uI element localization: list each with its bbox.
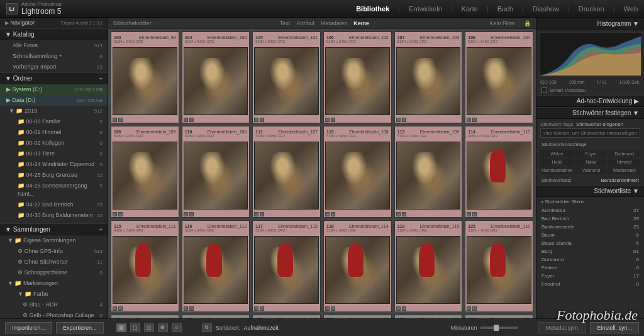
- module-web[interactable]: Web: [624, 5, 638, 13]
- thumbnail-cell[interactable]: 119Ehrenbreitstein_1155184 x 3456 CR2: [394, 220, 463, 312]
- sync-metadata-button[interactable]: Metadat.sym.: [538, 322, 586, 333]
- thumbnail-cell[interactable]: 104Ehrenbreitstein_1005184 x 3456 CR2: [182, 31, 250, 123]
- filter-tab[interactable]: Text: [280, 20, 291, 26]
- folder-item[interactable]: 📁 00-00 Familie0: [0, 116, 108, 127]
- thumbnail-cell[interactable]: 110Ehrenbreitstein_1065184 x 3456 CR2: [182, 126, 250, 218]
- filter-tab[interactable]: Metadaten: [321, 20, 348, 26]
- folder-item[interactable]: 📁 00-02 Kollegen0: [0, 138, 108, 148]
- sort-direction-icon[interactable]: ⇅: [202, 323, 212, 332]
- module-entwickeln[interactable]: Entwickeln: [409, 5, 442, 13]
- keyword-suggestion[interactable]: Hotel: [540, 159, 574, 165]
- sort-value[interactable]: Aufnahmezeit: [244, 325, 279, 331]
- smart-collection[interactable]: ⚙ Gelb - Photoshop Collage ...0: [0, 310, 108, 318]
- folder-item[interactable]: 📁 00-01 Himmel0: [0, 127, 108, 138]
- catalog-item[interactable]: Alle Fotos513: [0, 40, 108, 51]
- thumbnail-cell[interactable]: 111Ehrenbreitstein_1075184 x 3456 CR2: [252, 126, 321, 218]
- thumbnail-cell[interactable]: 118Ehrenbreitstein_1145184 x 3456 CR2: [323, 220, 392, 312]
- thumbnail-cell[interactable]: 115Ehrenbreitstein_1113456 x 5184 CR2: [111, 220, 179, 312]
- catalog-item[interactable]: Vorheriger Import83: [0, 62, 108, 72]
- thumbnail-cell[interactable]: 124Ehrenbreitstein_120: [323, 315, 392, 318]
- keywording-header[interactable]: Stichwörter festlegen ▼: [536, 107, 644, 119]
- thumbnail-cell[interactable]: 121Ehrenbreitstein_117: [111, 315, 179, 318]
- keyword-set-row[interactable]: StichwortsatzBenutzerdefiniert: [536, 176, 644, 185]
- filter-tab[interactable]: Attribut: [296, 20, 314, 26]
- keyword-list-item[interactable]: Bad Bertrich29: [536, 215, 644, 223]
- ordner-header[interactable]: ▼ Ordner+: [0, 72, 108, 84]
- module-karte[interactable]: Karte: [462, 5, 478, 13]
- folder-item[interactable]: 📁 04-30 Burg Balduinenstein22: [0, 210, 108, 221]
- keyword-suggestion[interactable]: Natur: [575, 159, 607, 165]
- thumbnail-cell[interactable]: 113Ehrenbreitstein_1095184 x 3456 CR2: [394, 126, 463, 218]
- thumbnail-cell[interactable]: 123Ehrenbreitstein_119: [252, 315, 321, 318]
- folder-item[interactable]: 📁 00-03 Tiere0: [0, 148, 108, 159]
- sync-settings-button[interactable]: Einstell. syn...: [590, 322, 639, 333]
- thumbnail-cell[interactable]: 113Ehrenbreitstein_1085184 x 3456 CR2: [323, 126, 392, 218]
- keyword-list-item[interactable]: Balduinenstein23: [536, 223, 644, 231]
- keyword-suggestion[interactable]: Foyer: [575, 150, 607, 157]
- keyword-suggestion[interactable]: Nachtaufnahme: [540, 167, 574, 174]
- module-bibliothek[interactable]: Bibliothek: [356, 5, 389, 13]
- smart-collection[interactable]: ⚙ Blau - HDR4: [0, 300, 108, 310]
- folder-item[interactable]: 📁 04-27 Bad Bertrich23: [0, 199, 108, 210]
- thumbnail-cell[interactable]: 108Ehrenbreitstein_1045184 x 3456 CR2: [465, 31, 533, 123]
- collection-group[interactable]: ▼ 📁 Eigene Sammlungen: [0, 235, 108, 246]
- module-buch[interactable]: Buch: [497, 5, 513, 13]
- thumbnail-cell[interactable]: 105Ehrenbreitstein_1015184 x 3456 CR2: [252, 31, 321, 123]
- thumbnail-cell[interactable]: 126Ehrenbreitstein_122: [465, 315, 533, 318]
- keyword-suggestion[interactable]: Westerwald: [608, 167, 640, 174]
- smart-preview[interactable]: Smart-Vorschau: [536, 86, 644, 95]
- folder-year[interactable]: ▼ 📁 2013512: [0, 106, 108, 116]
- adhoc-header[interactable]: Ad-hoc-Entwicklung ▶: [536, 95, 644, 107]
- keyword-list-item[interactable]: Architektur27: [536, 206, 644, 215]
- keyword-suggestion[interactable]: Dortmund: [608, 150, 640, 157]
- import-button[interactable]: Importieren...: [5, 322, 52, 333]
- histogram-header[interactable]: Histogramm ▼: [536, 18, 644, 30]
- thumbnail-cell[interactable]: 109Ehrenbreitstein_1055184 x 3456 CR2: [111, 126, 179, 218]
- katalog-header[interactable]: ▼ Katalog: [0, 28, 108, 40]
- keyword-list-item[interactable]: Friedhof0: [536, 280, 644, 288]
- smart-collection[interactable]: ⚙ Ohne GPS-Info513: [0, 246, 108, 257]
- folder-item[interactable]: 📁 04-24 Windräder Eppenrod5: [0, 159, 108, 170]
- lock-icon[interactable]: 🔒: [524, 20, 531, 26]
- keyword-list-item[interactable]: Foyer17: [536, 272, 644, 280]
- thumbnail-grid[interactable]: 103Ehrenbreitstein_995184 x 3456 CR2104E…: [108, 29, 536, 318]
- keyword-suggestion[interactable]: Himmel: [608, 159, 640, 165]
- catalog-item[interactable]: Schnellsammlung +0: [0, 51, 108, 62]
- keyword-list-item[interactable]: Baum8: [536, 231, 644, 239]
- smart-collection[interactable]: ⚙ Schnappschüsse0: [0, 267, 108, 278]
- keyword-list-item[interactable]: Federn0: [536, 264, 644, 272]
- thumbnail-cell[interactable]: 122Ehrenbreitstein_118: [182, 315, 250, 318]
- view-survey-icon[interactable]: ⊞: [158, 323, 168, 332]
- filter-tab[interactable]: Keine: [353, 20, 369, 26]
- folder-item[interactable]: 📁 04-25 Burg Grenzau52: [0, 170, 108, 181]
- volume-item[interactable]: ▶ Data (D:)636 / 200 GB: [0, 95, 108, 106]
- module-diashow[interactable]: Diashow: [533, 5, 559, 13]
- sammlungen-header[interactable]: ▼ Sammlungen+: [0, 223, 108, 235]
- view-compare-icon[interactable]: ◫: [144, 323, 154, 332]
- thumbnail-cell[interactable]: 103Ehrenbreitstein_995184 x 3456 CR2: [111, 31, 179, 123]
- thumb-size-slider[interactable]: [480, 327, 518, 329]
- smart-collection[interactable]: ⚙ Ohne Stichwörter11: [0, 257, 108, 267]
- collection-group[interactable]: ▼ 📁 Markierungen: [0, 278, 108, 289]
- keyword-list-item[interactable]: Dortmund0: [536, 255, 644, 264]
- thumbnail-cell[interactable]: 116Ehrenbreitstein_1125184 x 3456 CR2: [182, 220, 250, 312]
- keyword-list-header[interactable]: Stichwortliste ▼: [536, 185, 644, 197]
- keyword-input[interactable]: [540, 128, 640, 138]
- thumbnail-cell[interactable]: 120Ehrenbreitstein_1165184 x 3456 CR2: [465, 220, 533, 312]
- thumbnail-cell[interactable]: 117Ehrenbreitstein_1135184 x 3456 CR2: [252, 220, 321, 312]
- filter-none[interactable]: Kein Filter: [489, 20, 515, 26]
- view-loupe-icon[interactable]: ▢: [130, 323, 140, 332]
- thumbnail-cell[interactable]: 125Ehrenbreitstein_121: [394, 315, 463, 318]
- volume-item[interactable]: ▶ System (C:)17.8 / 82.1 GB: [0, 84, 108, 95]
- navigator-header[interactable]: ▶ Navigator Einpas Ausfül 1:1 3:1: [0, 18, 108, 28]
- keyword-list-item[interactable]: Burg61: [536, 247, 644, 255]
- view-grid-icon[interactable]: ▦: [116, 323, 126, 332]
- folder-item[interactable]: 📁 04-25 Sonnenuntergang Nent...5: [0, 181, 108, 199]
- thumbnail-cell[interactable]: 114Ehrenbreitstein_1103456 x 5184 CR2: [465, 126, 533, 218]
- thumbnail-cell[interactable]: 107Ehrenbreitstein_1035184 x 3456 CR2: [394, 31, 463, 123]
- collection-item[interactable]: ▼ 📁 Farbe: [0, 289, 108, 300]
- view-people-icon[interactable]: ☺: [172, 323, 182, 332]
- export-button[interactable]: Exportieren...: [56, 322, 104, 333]
- keyword-suggestion[interactable]: Vollmond: [575, 167, 607, 174]
- thumbnail-cell[interactable]: 106Ehrenbreitstein_1025184 x 3456 CR2: [323, 31, 392, 123]
